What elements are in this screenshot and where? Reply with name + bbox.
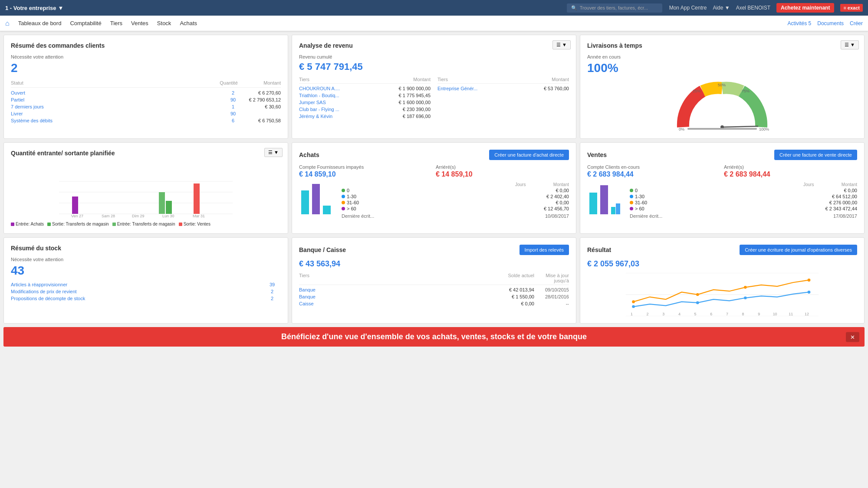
create-achat-button[interactable]: Créer une facture d'achat directe: [489, 150, 569, 160]
compte-fournisseurs-block: Compte Fournisseurs impayés € 14 859,10: [299, 164, 432, 178]
caisse-link[interactable]: Caisse: [299, 301, 491, 306]
detail-header-row: Jours Montant: [342, 182, 569, 187]
annee-label: Année en cours: [587, 54, 857, 59]
create-vente-button[interactable]: Créer une facture de vente directe: [774, 150, 857, 160]
gauge-svg: 0% 25% 50% 75% 100%: [674, 79, 770, 131]
quantite-title: Quantité entrante/ sortante planifiée: [11, 150, 281, 157]
banque-row-0: Banque € 42 013,94 09/10/2015: [299, 286, 569, 293]
nav-comptabilite[interactable]: Comptabilité: [70, 20, 101, 26]
ventes-row-0: 0 € 0,00: [630, 187, 857, 193]
quantite-menu-button[interactable]: ☰ ▼: [264, 148, 283, 157]
nav-ventes[interactable]: Ventes: [131, 20, 148, 26]
dot-green: [342, 189, 345, 192]
global-search[interactable]: 🔍 Trouver des tiers, factures, écr...: [567, 3, 662, 13]
svg-rect-24: [323, 206, 331, 214]
import-releves-button[interactable]: Import des relevés: [519, 245, 569, 255]
svg-text:Mar 31: Mar 31: [193, 214, 205, 218]
stock-propositions-link[interactable]: Propositions de décompte de stock: [11, 296, 263, 301]
tiers-link[interactable]: Triathlon - Boutiq...: [299, 93, 339, 98]
svg-text:1: 1: [631, 312, 633, 316]
legend-dot: [112, 223, 116, 226]
secondary-navigation: ⌂ Tableaux de bord Comptabilité Tiers Ve…: [0, 16, 868, 31]
ventes-title: Ventes: [587, 151, 607, 158]
company-selector[interactable]: 1 - Votre entreprise ▼: [5, 5, 63, 11]
activites-badge: 5: [809, 20, 812, 26]
stock-row-2: Propositions de décompte de stock 2: [11, 295, 281, 302]
svg-point-35: [808, 278, 811, 282]
svg-rect-14: [159, 192, 165, 214]
dot-purple: [630, 207, 633, 210]
tiers-link[interactable]: CHOUKROUN A....: [299, 86, 340, 91]
ventes-amounts: Compte Clients en-cours € 2 683 984,44 A…: [587, 164, 857, 178]
ventes-row-1: 1-30 € 64 512,00: [630, 193, 857, 200]
search-icon: 🔍: [571, 5, 577, 11]
tiers-link[interactable]: Entreprise Génér...: [437, 86, 477, 91]
banque-card: Banque / Caisse Import des relevés € 43 …: [292, 237, 576, 324]
home-icon[interactable]: ⌂: [5, 20, 10, 27]
commande-7jours-link[interactable]: 7 derniers jours: [11, 104, 224, 109]
svg-text:25%: 25%: [693, 89, 700, 93]
tiers-col-1: Tiers Montant CHOUKROUN A.... € 1 900 00…: [299, 77, 431, 120]
svg-rect-27: [611, 207, 615, 214]
stock-count: 43: [11, 264, 281, 278]
achats-detail-table: Jours Montant 0 € 0,00 1-30 € 2 402,40 3…: [342, 182, 569, 219]
resume-commandes-title: Résumé des commandes clients: [11, 42, 281, 49]
commande-debits-link[interactable]: Système des débits: [11, 118, 224, 123]
tiers-link[interactable]: Jérémy & Kévin: [299, 114, 332, 119]
commande-ouvert-link[interactable]: Ouvert: [11, 90, 224, 95]
nav-tableaux[interactable]: Tableaux de bord: [18, 20, 62, 26]
documents-link[interactable]: Documents: [817, 20, 844, 26]
banque-row-1: Banque € 1 550,00 28/01/2016: [299, 293, 569, 300]
nav-stock[interactable]: Stock: [157, 20, 171, 26]
svg-text:Lun 30: Lun 30: [162, 214, 174, 218]
commande-partiel-link[interactable]: Partiel: [11, 97, 224, 102]
user-menu[interactable]: Axel BENOIST: [736, 5, 770, 11]
stock-needs-attention-label: Nécessite votre attention: [11, 257, 281, 262]
legend-dot: [11, 223, 14, 226]
app-centre-link[interactable]: Mon App Centre: [669, 5, 707, 11]
stock-modifications-link[interactable]: Modifications de prix de revient: [11, 289, 263, 294]
livraisons-menu-button[interactable]: ☰ ▼: [841, 40, 859, 49]
derniere-ecriture-row: Dernière écrit... 10/08/2017: [342, 213, 569, 219]
svg-point-39: [808, 291, 811, 294]
svg-text:8: 8: [742, 312, 744, 316]
banque-link-0[interactable]: Banque: [299, 287, 491, 292]
stock-row-1: Modifications de prix de revient 2: [11, 288, 281, 295]
creer-link[interactable]: Créer: [850, 20, 863, 26]
achats-bar-chart: [299, 182, 338, 216]
dashboard-grid: Résumé des commandes clients Nécessite v…: [0, 31, 868, 327]
resume-commandes-card: Résumé des commandes clients Nécessite v…: [3, 35, 288, 139]
stock-card: Résumé du stock Nécessite votre attentio…: [3, 237, 288, 324]
banque-table: Tiers Solde actuel Mise à jour jusqu'à B…: [299, 273, 569, 307]
svg-text:7: 7: [726, 312, 728, 316]
buy-button[interactable]: Achetez maintenant: [776, 3, 834, 13]
compte-clients-amount: € 2 683 984,44: [587, 170, 720, 178]
commande-livrer-link[interactable]: Livrer: [11, 111, 224, 116]
needs-attention-count: 2: [11, 61, 281, 75]
chevron-down-icon: ▼: [725, 5, 730, 11]
nav-achats[interactable]: Achats: [180, 20, 197, 26]
svg-rect-13: [72, 197, 78, 214]
stock-articles-link[interactable]: Articles à réapprovisionner: [11, 282, 263, 287]
tiers-table: Tiers Montant CHOUKROUN A.... € 1 900 00…: [299, 77, 569, 120]
quantite-card: Quantité entrante/ sortante planifiée ☰ …: [3, 142, 288, 234]
achats-title: Achats: [299, 151, 319, 158]
tiers-link[interactable]: Club bar - Flying ...: [299, 107, 339, 112]
banque-link-1[interactable]: Banque: [299, 294, 491, 299]
arriere-achats-amount: € 14 859,10: [436, 170, 569, 178]
promo-close-button[interactable]: ✕: [846, 332, 859, 342]
tiers-link[interactable]: Jumper SAS: [299, 100, 326, 105]
stock-row-0: Articles à réapprovisionner 39: [11, 281, 281, 288]
legend-item: Entrée: Transferts de magasin: [112, 222, 175, 226]
aide-link[interactable]: Aide ▼: [713, 5, 730, 11]
arriere-ventes-block: Arriéré(s) € 2 683 984,44: [724, 164, 857, 178]
revenu-menu-button[interactable]: ☰ ▼: [552, 40, 571, 49]
svg-rect-25: [589, 193, 597, 214]
activites-link[interactable]: Activités 5: [788, 20, 812, 26]
legend-dot: [47, 223, 51, 226]
create-ecriture-button[interactable]: Créer une écriture de journal d'opératio…: [740, 245, 857, 255]
svg-rect-28: [616, 203, 620, 214]
nav-tiers[interactable]: Tiers: [110, 20, 122, 26]
dot-green: [630, 189, 633, 192]
tiers-row: CHOUKROUN A.... € 1 900 000,00: [299, 85, 431, 92]
